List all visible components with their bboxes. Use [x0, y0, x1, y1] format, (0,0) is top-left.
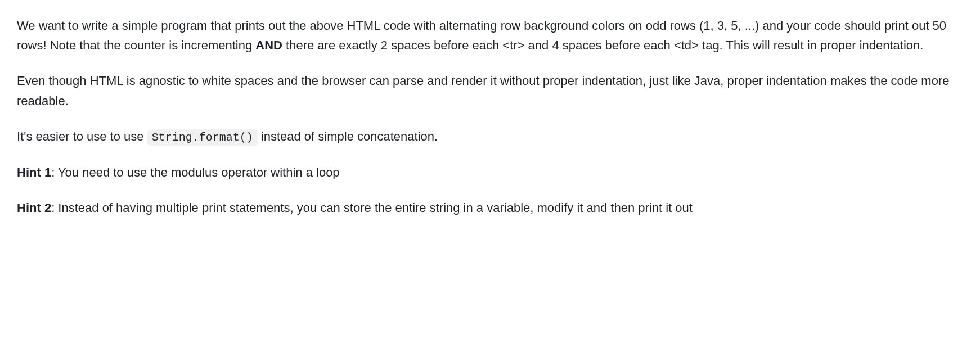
paragraph-hint-1: Hint 1: You need to use the modulus oper…	[17, 163, 963, 182]
paragraph-indentation-note: Even though HTML is agnostic to white sp…	[17, 71, 963, 110]
paragraph-string-format: It's easier to use to use String.format(…	[17, 127, 963, 147]
text-part: there are exactly 2 spaces before each <…	[282, 38, 923, 52]
code-string-format: String.format()	[147, 129, 258, 146]
text-part: : You need to use the modulus operator w…	[51, 165, 339, 179]
text-part: instead of simple concatenation.	[258, 129, 438, 143]
bold-and: AND	[255, 38, 282, 52]
paragraph-hint-2: Hint 2: Instead of having multiple print…	[17, 198, 963, 218]
hint-label: Hint 1	[17, 165, 51, 179]
paragraph-instructions: We want to write a simple program that p…	[17, 16, 963, 55]
hint-label: Hint 2	[17, 201, 51, 215]
text-part: : Instead of having multiple print state…	[51, 201, 693, 215]
text-part: It's easier to use to use	[17, 129, 147, 143]
